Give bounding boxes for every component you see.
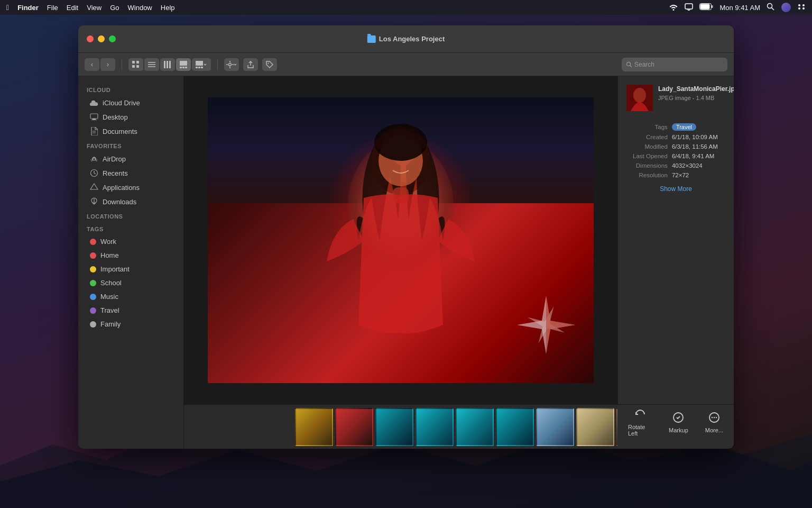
menubar-right: Mon 9:41 AM [669, 3, 806, 13]
airdrop-icon [90, 155, 98, 163]
sidebar-item-recents[interactable]: Recents [81, 166, 180, 180]
menubar-help[interactable]: Help [161, 4, 175, 12]
menubar-window[interactable]: Window [128, 4, 152, 12]
sidebar-item-tag-travel[interactable]: Travel [81, 304, 180, 317]
svg-rect-24 [196, 61, 203, 66]
svg-rect-10 [132, 61, 135, 64]
dimensions-row: Dimensions 4032×3024 [626, 161, 725, 170]
sidebar-item-applications[interactable]: Applications [81, 180, 180, 194]
info-panel: Lady_SantaMonicaPier.jpeg JPEG image - 1… [617, 76, 734, 404]
thumbnail-3[interactable] [375, 408, 413, 446]
svg-rect-26 [198, 67, 200, 68]
spotlight-search-icon[interactable] [767, 3, 775, 13]
markup-label: Markup [669, 427, 688, 433]
main-preview [184, 76, 617, 404]
search-bar[interactable]: Search [622, 58, 727, 71]
gallery-view-button[interactable] [176, 58, 191, 71]
markup-button[interactable]: Markup [669, 410, 688, 433]
menubar-finder[interactable]: Finder [17, 4, 39, 12]
sort-button[interactable] [192, 58, 211, 71]
control-center-icon[interactable] [797, 3, 806, 12]
menubar-view[interactable]: View [87, 4, 102, 12]
icon-view-button[interactable] [128, 58, 143, 71]
gallery-area [184, 76, 617, 404]
sidebar-item-tag-family[interactable]: Family [81, 318, 180, 331]
sidebar-item-desktop[interactable]: Desktop [81, 110, 180, 124]
file-header: Lady_SantaMonicaPier.jpeg JPEG image - 1… [626, 85, 725, 111]
sidebar-item-icloud-drive[interactable]: iCloud Drive [81, 96, 180, 110]
view-buttons [128, 58, 211, 71]
locations-section-label: Locations [78, 209, 183, 222]
more-button[interactable]: More... [705, 410, 723, 433]
thumbnail-8[interactable] [576, 408, 614, 446]
svg-rect-23 [185, 67, 187, 68]
svg-point-6 [798, 4, 800, 6]
gallery-and-info: Lady_SantaMonicaPier.jpeg JPEG image - 1… [184, 76, 734, 404]
wifi-icon[interactable] [669, 3, 678, 12]
tag-important-dot [90, 266, 96, 273]
folder-icon [367, 35, 376, 43]
tag-work-dot [90, 239, 96, 245]
documents-label: Documents [103, 128, 137, 135]
sidebar-item-documents[interactable]: Documents [81, 124, 180, 138]
tag-button[interactable] [262, 58, 277, 71]
minimize-button[interactable] [98, 35, 105, 42]
sidebar-item-tag-work[interactable]: Work [81, 235, 180, 248]
svg-rect-25 [196, 67, 198, 68]
apple-menu[interactable]:  [6, 3, 9, 12]
search-label: Search [634, 61, 654, 68]
show-more-link[interactable]: Show More [626, 185, 725, 193]
share-button[interactable] [243, 58, 258, 71]
bottom-toolbar: Rotate Left Markup [617, 404, 734, 438]
svg-rect-22 [182, 67, 184, 68]
sidebar-item-tag-music[interactable]: Music [81, 290, 180, 303]
svg-rect-18 [167, 61, 168, 68]
column-view-button[interactable] [160, 58, 175, 71]
menubar-edit[interactable]: Edit [67, 4, 78, 12]
forward-button[interactable]: › [100, 58, 115, 71]
user-avatar[interactable] [781, 3, 791, 12]
more-label: More... [705, 427, 723, 433]
list-view-button[interactable] [144, 58, 159, 71]
svg-point-4 [768, 3, 772, 8]
thumbnail-5[interactable] [456, 408, 494, 446]
action-button[interactable] [224, 58, 239, 71]
screen-mirror-icon[interactable] [685, 3, 693, 12]
svg-rect-17 [164, 61, 165, 68]
back-button[interactable]: ‹ [85, 58, 99, 71]
sidebar-item-tag-home[interactable]: Home [81, 249, 180, 262]
sidebar-item-tag-important[interactable]: Important [81, 262, 180, 276]
thumbnail-2[interactable] [335, 408, 373, 446]
thumbnail-4[interactable] [416, 408, 454, 446]
icloud-drive-icon [90, 98, 98, 107]
created-label: Created [626, 132, 672, 142]
svg-point-9 [802, 7, 805, 10]
content-area: Lady_SantaMonicaPier.jpeg JPEG image - 1… [184, 76, 734, 449]
file-metadata-table: Tags Travel Created 6/1/18, 10:09 AM Mod [626, 122, 725, 180]
sidebar-item-airdrop[interactable]: AirDrop [81, 152, 180, 166]
thumbnail-6[interactable] [496, 408, 534, 446]
thumbnail-1[interactable] [295, 408, 333, 446]
dimensions-value: 4032×3024 [672, 161, 725, 170]
menubar-go[interactable]: Go [110, 4, 119, 12]
svg-point-57 [712, 416, 713, 418]
tag-family-label: Family [100, 320, 121, 328]
thumbnail-7[interactable] [536, 408, 574, 446]
main-image[interactable] [208, 97, 594, 383]
svg-point-8 [798, 7, 800, 10]
separator2 [217, 59, 218, 70]
file-thumbnail [626, 85, 653, 111]
sidebar-item-tag-school[interactable]: School [81, 276, 180, 289]
tag-school-label: School [100, 279, 122, 287]
downloads-icon [90, 197, 98, 206]
svg-point-33 [268, 62, 269, 64]
window-title: Los Angeles Project [367, 35, 445, 43]
close-button[interactable] [87, 35, 94, 42]
sidebar-item-downloads[interactable]: Downloads [81, 195, 180, 208]
tags-section-label: Tags [78, 222, 183, 234]
maximize-button[interactable] [109, 35, 116, 42]
more-icon [707, 410, 722, 425]
rotate-left-button[interactable]: Rotate Left [628, 407, 652, 437]
tag-value[interactable]: Travel [672, 123, 696, 131]
menubar-file[interactable]: File [47, 4, 58, 12]
